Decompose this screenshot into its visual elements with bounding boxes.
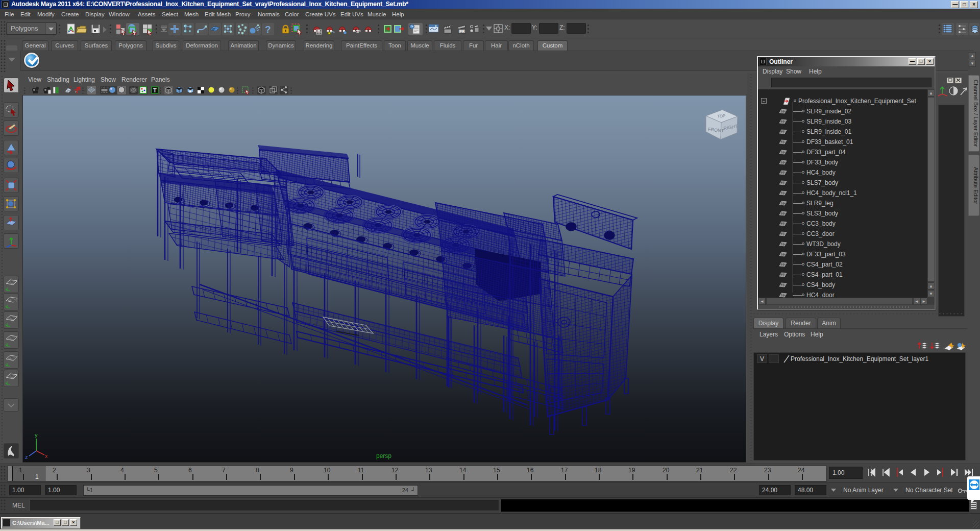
svg-text:x: x <box>45 453 47 459</box>
svg-text:y: y <box>35 432 38 438</box>
svg-text:T: T <box>153 87 157 93</box>
svg-text:z: z <box>25 454 28 460</box>
svg-text:TOP: TOP <box>717 114 726 119</box>
svg-text:IPR: IPR <box>459 30 464 33</box>
svg-text:?: ? <box>265 24 271 35</box>
